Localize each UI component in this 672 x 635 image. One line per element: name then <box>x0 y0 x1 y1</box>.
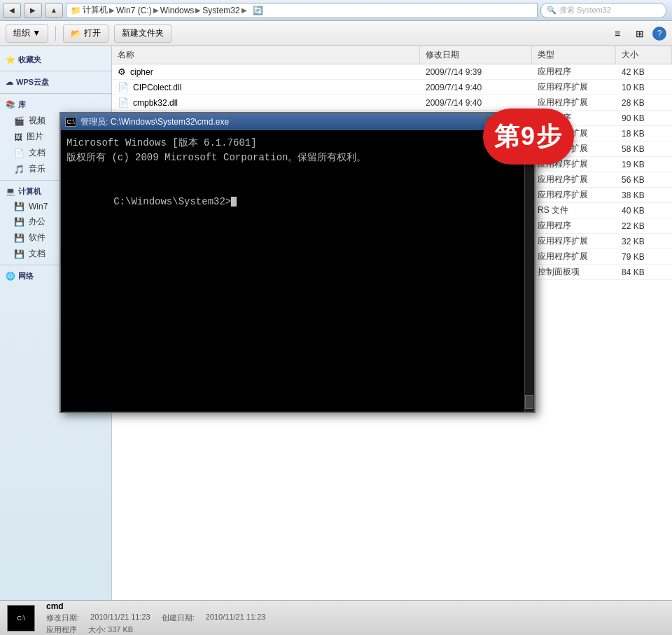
file-type: 控制面板项 <box>532 265 616 279</box>
breadcrumb-system32[interactable]: System32 <box>202 6 239 15</box>
file-name-cell: 📄 cmpbk32.dll <box>112 96 420 109</box>
table-row[interactable]: 📄 CIPColect.dll 2009/7/14 9:40 应用程序扩展 10… <box>112 80 672 95</box>
library-icon: 📚 <box>6 100 15 109</box>
col-size[interactable]: 大小 <box>616 46 672 64</box>
toolbar-separator <box>55 26 56 41</box>
table-row[interactable]: 📄 cmpbk32.dll 2009/7/14 9:40 应用程序扩展 28 K… <box>112 95 672 111</box>
file-name: cipher <box>130 67 153 77</box>
status-modified-date: 2010/11/21 11:23 <box>90 613 150 623</box>
file-size: 22 KB <box>616 220 672 232</box>
file-size: 40 KB <box>616 204 672 217</box>
cmd-icon: C:\ <box>65 117 76 127</box>
file-type: 应用程序扩展 <box>532 95 616 110</box>
breadcrumb-computer[interactable]: 计算机 <box>83 4 108 16</box>
file-size: 28 KB <box>616 97 672 109</box>
explorer-window: ◀ ▶ ▲ 📁 计算机 ▶ Win7 (C:) ▶ Windows ▶ Syst… <box>0 0 672 635</box>
file-size: 56 KB <box>616 174 672 186</box>
file-size: 10 KB <box>616 81 672 94</box>
status-info: cmd 修改日期: 2010/11/21 11:23 创建日期: 2010/11… <box>46 601 265 635</box>
sidebar-header-library[interactable]: 📚 库 <box>0 97 111 113</box>
cmd-line-4: C:\Windows\System32> <box>66 180 528 224</box>
forward-button[interactable]: ▶ <box>24 3 42 18</box>
file-icon: 📄 <box>118 97 129 108</box>
nav-area: ◀ ▶ ▲ 📁 计算机 ▶ Win7 (C:) ▶ Windows ▶ Syst… <box>3 3 666 18</box>
picture-icon: 🖼 <box>14 132 22 142</box>
status-bar: C:\ cmd 修改日期: 2010/11/21 11:23 创建日期: 201… <box>0 600 672 635</box>
address-refresh[interactable]: 🔄 <box>253 6 263 15</box>
status-thumb-inner: C:\ <box>8 606 34 631</box>
file-size: 79 KB <box>616 251 672 263</box>
status-modified-label: 修改日期: <box>46 613 79 623</box>
wps-cloud-icon: ☁ <box>6 78 13 87</box>
file-type: RS 文件 <box>532 203 616 218</box>
sidebar-header-wps[interactable]: ☁ WPS云盘 <box>0 74 111 90</box>
up-button[interactable]: ▲ <box>45 3 63 18</box>
new-folder-button[interactable]: 新建文件夹 <box>114 25 172 43</box>
status-created-label: 创建日期: <box>162 613 195 623</box>
col-type[interactable]: 类型 <box>532 46 616 64</box>
cmd-window: C:\ 管理员: C:\Windows\System32\cmd.exe ─ □… <box>59 112 536 413</box>
file-type: 应用程序扩展 <box>532 234 616 249</box>
status-thumbnail: C:\ <box>7 605 35 631</box>
sidebar-header-favorites[interactable]: ⭐ 收藏夹 <box>0 52 111 68</box>
cmd-line-2: 版权所有 (c) 2009 Microsoft Corporation。保留所有… <box>66 151 528 165</box>
file-date: 2009/7/14 9:40 <box>420 81 532 94</box>
file-name-cell: 📄 CIPColect.dll <box>112 81 420 94</box>
organize-button[interactable]: 组织 ▼ <box>6 25 48 43</box>
cmd-title-bar: C:\ 管理员: C:\Windows\System32\cmd.exe ─ □… <box>61 113 534 130</box>
sidebar-section-favorites: ⭐ 收藏夹 <box>0 52 111 68</box>
document-icon: 📄 <box>14 148 24 158</box>
col-name[interactable]: 名称 <box>112 46 420 64</box>
drive-icon-4: 💾 <box>14 249 24 259</box>
breadcrumb: 📁 计算机 ▶ Win7 (C:) ▶ Windows ▶ System32 ▶ <box>71 4 247 16</box>
search-placeholder: 搜索 System32 <box>559 5 611 15</box>
video-icon: 🎬 <box>14 116 24 126</box>
status-created-date: 2010/11/21 11:23 <box>206 613 266 623</box>
file-size: 90 KB <box>616 112 672 125</box>
file-size: 38 KB <box>616 189 672 202</box>
column-headers: 名称 修改日期 类型 大小 <box>112 46 672 64</box>
file-name: cmpbk32.dll <box>133 98 178 108</box>
open-icon: 📂 <box>71 29 81 39</box>
address-bar[interactable]: 📁 计算机 ▶ Win7 (C:) ▶ Windows ▶ System32 ▶… <box>66 3 538 18</box>
file-size: 58 KB <box>616 143 672 155</box>
file-date: 2009/7/14 9:39 <box>420 66 532 78</box>
breadcrumb-drive[interactable]: Win7 (C:) <box>116 6 152 15</box>
view-details-button[interactable]: ⊞ <box>630 26 650 41</box>
back-button[interactable]: ◀ <box>3 3 21 18</box>
search-box[interactable]: 🔍 搜索 System32 <box>540 3 666 18</box>
file-date: 2009/7/14 9:40 <box>420 97 532 109</box>
breadcrumb-folder-icon: 📁 <box>71 6 81 15</box>
cmd-line-3 <box>66 165 528 180</box>
open-button[interactable]: 📂 打开 <box>63 25 108 43</box>
table-row[interactable]: ⚙ cipher 2009/7/14 9:39 应用程序 42 KB <box>112 64 672 80</box>
step-badge-text: 第9步 <box>494 120 563 154</box>
sidebar-section-wps: ☁ WPS云盘 <box>0 74 111 90</box>
status-details-2: 应用程序 大小: 337 KB <box>46 624 265 635</box>
toolbar-right: ≡ ⊞ ? <box>608 26 666 41</box>
computer-icon: 💻 <box>6 187 15 196</box>
file-size: 18 KB <box>616 127 672 140</box>
file-icon: ⚙ <box>118 67 126 77</box>
cmd-cursor <box>231 197 237 207</box>
file-size: 32 KB <box>616 235 672 248</box>
toolbar: 组织 ▼ 📂 打开 新建文件夹 ≡ ⊞ ? <box>0 21 672 46</box>
help-button[interactable]: ? <box>652 27 666 41</box>
drive-icon-1: 💾 <box>14 202 24 211</box>
cmd-content: Microsoft Windows [版本 6.1.7601] 版权所有 (c)… <box>61 130 534 412</box>
file-type: 应用程序扩展 <box>532 188 616 202</box>
title-bar: ◀ ▶ ▲ 📁 计算机 ▶ Win7 (C:) ▶ Windows ▶ Syst… <box>0 0 672 21</box>
cmd-scrollbar-thumb <box>525 395 533 409</box>
status-type: 应用程序 <box>46 624 77 635</box>
col-date[interactable]: 修改日期 <box>420 46 532 64</box>
breadcrumb-windows[interactable]: Windows <box>160 6 195 15</box>
cmd-scrollbar[interactable] <box>524 130 534 412</box>
favorites-icon: ⭐ <box>6 55 15 64</box>
view-toggle-button[interactable]: ≡ <box>608 26 627 41</box>
drive-icon-2: 💾 <box>14 217 24 227</box>
file-name-cell: ⚙ cipher <box>112 65 420 78</box>
network-icon: 🌐 <box>6 272 15 281</box>
file-size: 42 KB <box>616 66 672 78</box>
status-details: 修改日期: 2010/11/21 11:23 创建日期: 2010/11/21 … <box>46 613 265 623</box>
file-size: 19 KB <box>616 158 672 171</box>
